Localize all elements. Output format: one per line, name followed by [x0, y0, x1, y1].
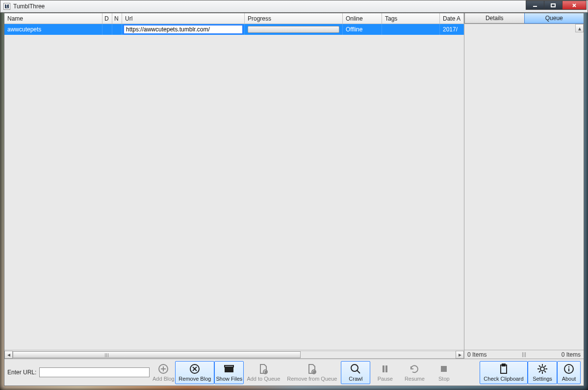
svg-rect-3	[551, 4, 555, 7]
window-title: TumblThree	[13, 3, 45, 10]
stop-icon	[438, 363, 450, 375]
close-button[interactable]	[562, 0, 587, 10]
queue-status-left: 0 Items	[467, 351, 486, 358]
svg-line-34	[544, 365, 546, 367]
maximize-button[interactable]	[544, 0, 562, 10]
cell-progress	[245, 24, 343, 35]
pause-icon	[379, 363, 391, 375]
titlebar[interactable]: t TumblThree	[0, 0, 588, 13]
queue-body: ▴	[464, 24, 584, 350]
about-button[interactable]: About	[557, 361, 581, 384]
tab-queue[interactable]: Queue	[524, 13, 584, 24]
tab-details[interactable]: Details	[464, 13, 524, 24]
scroll-thumb[interactable]	[13, 351, 301, 358]
plus-circle-icon	[157, 363, 169, 375]
svg-point-19	[351, 364, 358, 371]
refresh-icon	[409, 363, 420, 375]
resume-button[interactable]: Resume	[400, 361, 429, 384]
cell-d	[102, 24, 112, 35]
remove-blog-button[interactable]: Remove Blog	[175, 361, 214, 384]
svg-point-26	[540, 367, 544, 371]
side-panel: Details Queue ▴ 0 Items 0 Items	[464, 13, 584, 359]
svg-line-31	[539, 365, 540, 367]
search-icon	[350, 363, 361, 375]
svg-rect-23	[441, 366, 447, 372]
progress-bar	[248, 26, 339, 33]
grip-icon	[520, 352, 528, 357]
clipboard-icon	[498, 363, 510, 375]
col-d[interactable]: D	[102, 13, 112, 24]
svg-rect-12	[225, 365, 233, 367]
svg-point-37	[568, 366, 569, 367]
scroll-track[interactable]	[13, 351, 456, 359]
h-scrollbar[interactable]: ◂ ▸	[4, 350, 464, 359]
v-scrollbar[interactable]: ▴	[575, 24, 584, 350]
doc-plus-icon	[257, 363, 269, 375]
queue-status-right: 0 Items	[562, 351, 581, 358]
pause-button[interactable]: Pause	[370, 361, 400, 384]
crawl-button[interactable]: Crawl	[341, 361, 370, 384]
url-edit-input[interactable]	[124, 25, 243, 34]
check-clipboard-button[interactable]: Check Clipboard	[480, 361, 528, 384]
app-icon: t	[3, 3, 10, 10]
col-url[interactable]: Url	[122, 13, 245, 24]
cell-url[interactable]	[122, 24, 245, 35]
grid-header: Name D N Url Progress Online Tags Date A	[4, 13, 464, 24]
bottom-toolbar: Enter URL: Add Blog Remove Blog Show Fil…	[4, 359, 584, 386]
cell-n	[112, 24, 122, 35]
svg-rect-22	[385, 365, 387, 372]
svg-rect-21	[383, 365, 384, 372]
enter-url-label: Enter URL:	[7, 369, 36, 376]
col-online[interactable]: Online	[343, 13, 382, 24]
cell-tags	[382, 24, 440, 35]
info-icon	[563, 363, 575, 375]
col-n[interactable]: N	[112, 13, 122, 24]
stop-button[interactable]: Stop	[429, 361, 459, 384]
col-date[interactable]: Date A	[440, 13, 464, 24]
col-tags[interactable]: Tags	[382, 13, 440, 24]
svg-line-32	[544, 371, 546, 372]
col-progress[interactable]: Progress	[245, 13, 343, 24]
doc-x-icon	[306, 363, 318, 375]
svg-line-20	[357, 370, 360, 373]
cell-online: Offline	[343, 24, 382, 35]
queue-status: 0 Items 0 Items	[464, 350, 584, 359]
scroll-up-button[interactable]: ▴	[575, 24, 584, 32]
folder-icon	[223, 363, 235, 375]
x-circle-icon	[189, 363, 201, 375]
settings-button[interactable]: Settings	[528, 361, 557, 384]
minimize-button[interactable]	[526, 0, 544, 10]
col-name[interactable]: Name	[4, 13, 102, 24]
table-row[interactable]: awwcutepets Offline 2017/	[4, 24, 464, 35]
scroll-right-button[interactable]: ▸	[456, 351, 464, 359]
cell-date: 2017/	[440, 24, 464, 35]
blog-grid[interactable]: Name D N Url Progress Online Tags Date A…	[4, 13, 464, 359]
add-to-queue-button[interactable]: Add to Queue	[244, 361, 283, 384]
show-files-button[interactable]: Show Files	[214, 361, 244, 384]
gear-icon	[537, 363, 548, 375]
svg-line-33	[539, 371, 540, 372]
enter-url-input[interactable]	[39, 367, 150, 377]
add-blog-button[interactable]: Add Blog	[152, 361, 175, 384]
cell-name: awwcutepets	[4, 24, 102, 35]
remove-from-queue-button[interactable]: Remove from Queue	[283, 361, 341, 384]
scroll-left-button[interactable]: ◂	[4, 351, 13, 359]
